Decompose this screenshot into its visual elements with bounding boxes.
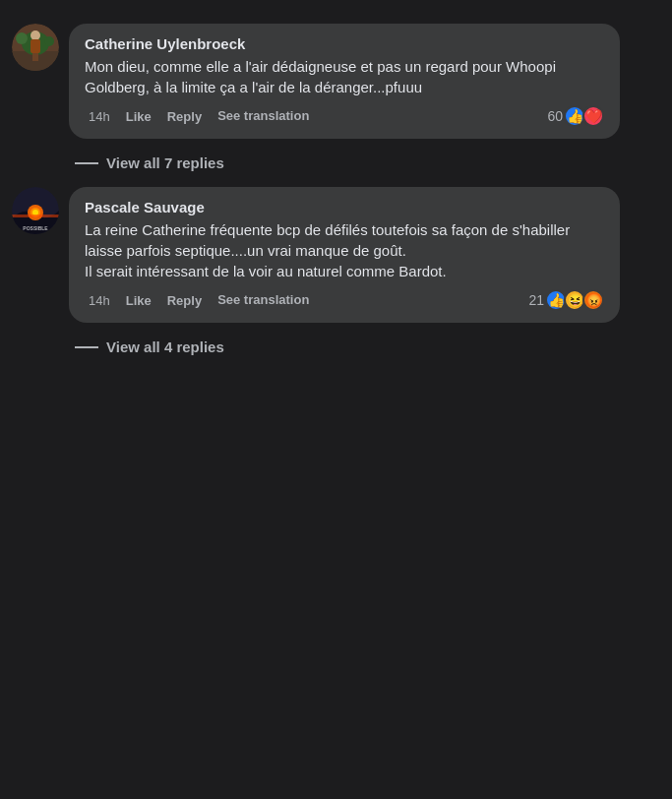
replies-line xyxy=(75,162,98,164)
comment-actions: 14h Like Reply See translation 60 👍 ❤️ xyxy=(85,105,604,127)
svg-point-5 xyxy=(44,36,54,46)
view-replies-label[interactable]: View all 7 replies xyxy=(106,154,224,171)
avatar: POSSIBLE xyxy=(12,187,59,234)
comment-author: Catherine Uylenbroeck xyxy=(85,35,604,52)
see-translation-button[interactable]: See translation xyxy=(217,292,309,309)
svg-point-6 xyxy=(31,31,40,40)
replies-line xyxy=(75,346,98,348)
comment-author: Pascale Sauvage xyxy=(85,199,604,215)
comment-thread: Catherine Uylenbroeck Mon dieu, comme el… xyxy=(0,16,672,379)
svg-rect-12 xyxy=(12,215,59,217)
comment-time: 14h xyxy=(89,109,110,124)
see-translation-button[interactable]: See translation xyxy=(217,108,309,125)
view-replies[interactable]: View all 7 replies xyxy=(12,151,660,187)
comment-item: POSSIBLE Pascale Sauvage La reine Cather… xyxy=(12,187,660,323)
heart-reaction-icon: ❤️ xyxy=(582,105,604,127)
comment-actions: 14h Like Reply See translation 21 👍 😆 😡 xyxy=(85,289,604,311)
svg-rect-7 xyxy=(31,39,40,53)
reply-button[interactable]: Reply xyxy=(167,293,202,308)
svg-rect-3 xyxy=(32,53,38,61)
reaction-emojis: 👍 😆 😡 xyxy=(548,289,604,311)
svg-point-4 xyxy=(16,32,28,44)
reply-button[interactable]: Reply xyxy=(167,109,202,124)
avatar xyxy=(12,24,59,71)
like-button[interactable]: Like xyxy=(126,293,152,308)
comment-bubble: Pascale Sauvage La reine Catherine fréqu… xyxy=(69,187,620,323)
reaction-count: 60 xyxy=(547,108,563,124)
view-replies[interactable]: View all 4 replies xyxy=(12,335,660,371)
reaction-count-wrapper: 60 👍 ❤️ xyxy=(547,105,604,127)
comment-item: Catherine Uylenbroeck Mon dieu, comme el… xyxy=(12,24,660,139)
comment-bubble: Catherine Uylenbroeck Mon dieu, comme el… xyxy=(69,24,620,139)
view-replies-label[interactable]: View all 4 replies xyxy=(106,338,224,355)
comment-text: La reine Catherine fréquente bcp de défi… xyxy=(85,219,604,281)
reaction-emojis: 👍 ❤️ xyxy=(567,105,604,127)
like-button[interactable]: Like xyxy=(126,109,152,124)
reaction-count: 21 xyxy=(528,292,544,308)
comment-text: Mon dieu, comme elle a l'air dédaigneuse… xyxy=(85,56,604,97)
reaction-count-wrapper: 21 👍 😆 😡 xyxy=(528,289,604,311)
svg-text:POSSIBLE: POSSIBLE xyxy=(23,225,48,231)
angry-reaction-icon: 😡 xyxy=(582,289,604,311)
comment-time: 14h xyxy=(89,293,110,308)
